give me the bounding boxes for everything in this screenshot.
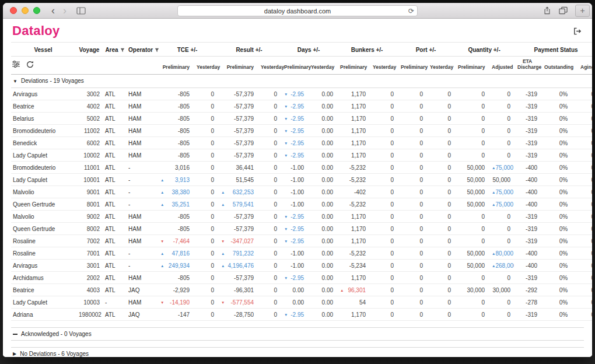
logout-icon[interactable] bbox=[572, 26, 583, 37]
col-result[interactable]: Result +/- bbox=[218, 43, 281, 57]
cell-value: -319 bbox=[526, 312, 537, 318]
subcol-outstanding[interactable]: Outstanding bbox=[541, 57, 571, 75]
subcol-days-preliminary[interactable]: Preliminary bbox=[281, 57, 307, 75]
cell-value: -28,750 bbox=[234, 312, 254, 318]
table-row[interactable]: Archidamus2002ATLHAM-8050-57,3790▼-2.950… bbox=[11, 272, 592, 284]
cell-value: -5,234 bbox=[349, 262, 366, 269]
col-quantity[interactable]: Quantity +/- bbox=[454, 43, 514, 57]
address-bar[interactable]: dataloy dashboard.com ⟳ bbox=[177, 5, 418, 16]
sidebar-toggle-icon[interactable] bbox=[76, 7, 86, 15]
table-row[interactable]: Arviragus3001ATL-▲249,9340▲4,196,4760-1.… bbox=[11, 260, 592, 272]
cell-value: ATL bbox=[105, 140, 116, 146]
aging: 0 bbox=[571, 223, 592, 235]
table-row[interactable]: Malvolio9002ATLHAM-8050-57,3790▼-2.950.0… bbox=[11, 211, 592, 223]
subcol-quantity-adjusted[interactable]: Adjusted bbox=[488, 57, 514, 75]
table-row[interactable]: Belarius5002ATLHAM-8050-57,3790▼-2.950.0… bbox=[11, 113, 592, 125]
table-row[interactable]: Lady Capulet10002ATLHAM-8050-57,3790▼-2.… bbox=[11, 149, 592, 162]
table-row[interactable]: Adriana1980002ATLJAQ-1470-28,7500▼-2.950… bbox=[11, 309, 592, 321]
col-tce[interactable]: TCE +/- bbox=[157, 43, 218, 57]
result-preliminary: -57,379 bbox=[218, 211, 257, 223]
subcol-days-yesterday[interactable]: Yesterday bbox=[307, 57, 337, 75]
subcol-result-preliminary[interactable]: Preliminary bbox=[218, 57, 257, 75]
table-row[interactable]: Lady Capulet10003-HAM▼-14,1900▼-577,5540… bbox=[11, 296, 592, 309]
result-preliminary: -57,379 bbox=[218, 88, 257, 100]
forward-button[interactable]: › bbox=[59, 4, 71, 17]
cell-value: 1,170 bbox=[351, 152, 366, 159]
operator-filter-icon[interactable] bbox=[155, 48, 159, 52]
cell-value: -805 bbox=[178, 152, 190, 159]
col-payment-status[interactable]: Payment Status bbox=[514, 43, 592, 57]
subcol-bunkers-yesterday[interactable]: Yesterday bbox=[369, 57, 397, 75]
subcol-aging[interactable]: Aging bbox=[571, 57, 592, 75]
subcol-bunkers-preliminary[interactable]: Preliminary bbox=[337, 57, 369, 75]
table-row[interactable]: Rosaline7001ATL-▲47,8160▲791,2320-1.000.… bbox=[11, 247, 592, 260]
col-vessel[interactable]: Vessel bbox=[11, 43, 75, 57]
bunkers-yesterday: 0 bbox=[369, 296, 397, 309]
cell-value: - bbox=[128, 250, 130, 257]
new-tab-button[interactable]: + bbox=[575, 5, 590, 17]
bunkers-yesterday: 0 bbox=[369, 272, 397, 284]
table-body: ▼Deviations - 19 Voyages Arviragus3002AT… bbox=[11, 75, 592, 321]
result-yesterday: 0 bbox=[257, 113, 281, 125]
tce-yesterday: 0 bbox=[193, 211, 218, 223]
col-voyage[interactable]: Voyage bbox=[75, 43, 103, 57]
refresh-icon[interactable] bbox=[26, 61, 34, 68]
cell-value: 0 bbox=[211, 140, 214, 146]
tab-overview-icon[interactable] bbox=[559, 6, 568, 15]
port-preliminary: 0 bbox=[397, 284, 426, 296]
table-row[interactable]: Malvolio9001ATL-▲38,3800▲632,2530-1.000.… bbox=[11, 186, 592, 198]
cell-value: 1,170 bbox=[351, 128, 366, 134]
share-icon[interactable] bbox=[543, 6, 551, 15]
table-row[interactable]: Beatrice4003ATLJAQ-2,9290-96,30100.000.0… bbox=[11, 284, 592, 296]
close-button[interactable] bbox=[10, 7, 17, 14]
cell-value: 0 bbox=[419, 226, 423, 232]
bunkers-preliminary: 1,170 bbox=[337, 149, 369, 162]
tce-preliminary: -805 bbox=[157, 125, 193, 137]
cell-value: 36,441 bbox=[236, 164, 254, 171]
table-row[interactable]: Arviragus3002ATLHAM-8050-57,3790▼-2.950.… bbox=[11, 88, 592, 100]
cell-value: Lady Capulet bbox=[13, 299, 47, 306]
table-row[interactable]: Beatrice4002ATLHAM-8050-57,3790▼-2.950.0… bbox=[11, 100, 592, 113]
table-row[interactable]: Lady Capulet10001ATL-▲3,913051,5450-1.00… bbox=[11, 174, 592, 186]
table-row[interactable]: Bromodideuterio11002ATLHAM-8050-57,3790▼… bbox=[11, 125, 592, 137]
section-acknowledged[interactable]: Acknowledged - 0 Voyages bbox=[11, 327, 584, 341]
cell-value: 38,380 bbox=[172, 189, 190, 195]
cell-value: 0 bbox=[390, 250, 394, 257]
zoom-button[interactable] bbox=[33, 7, 40, 14]
table-row[interactable]: Rosaline7002ATLHAM▼-7,4640▼-347,0270▼-2.… bbox=[11, 235, 592, 247]
back-button[interactable]: ‹ bbox=[47, 4, 59, 17]
minimize-button[interactable] bbox=[22, 7, 29, 14]
reload-icon[interactable]: ⟳ bbox=[408, 6, 414, 16]
cell-value: ATL bbox=[105, 164, 116, 171]
subcol-quantity-preliminary[interactable]: Preliminary bbox=[454, 57, 488, 75]
bunkers-yesterday: 0 bbox=[369, 186, 397, 198]
subcol-eta-discharge[interactable]: ETA Discharge bbox=[514, 57, 541, 75]
section-row-deviations[interactable]: ▼Deviations - 19 Voyages bbox=[11, 75, 592, 88]
subcol-tce-yesterday[interactable]: Yesterday bbox=[193, 57, 218, 75]
area-filter-icon[interactable] bbox=[120, 48, 125, 52]
subcol-port-preliminary[interactable]: Preliminary bbox=[397, 57, 426, 75]
col-days[interactable]: Days +/- bbox=[281, 43, 337, 57]
port-preliminary: 0 bbox=[397, 223, 426, 235]
filter-settings-icon[interactable] bbox=[12, 61, 20, 68]
table-row[interactable]: Benedick6002ATLHAM-8050-57,3790▼-2.950.0… bbox=[11, 137, 592, 149]
col-operator[interactable]: Operator bbox=[127, 43, 157, 57]
table-row[interactable]: Bromodideuterio11001ATL-3,016036,4410-1.… bbox=[11, 162, 592, 174]
subcol-port-yesterday[interactable]: Yesterday bbox=[426, 57, 454, 75]
cell-value: 0 bbox=[211, 116, 214, 122]
bunkers-preliminary: 54 bbox=[337, 296, 369, 309]
port-preliminary: 0 bbox=[397, 198, 426, 211]
col-area[interactable]: Area bbox=[103, 43, 127, 57]
cell-value: - bbox=[128, 201, 130, 208]
subcol-tce-preliminary[interactable]: Preliminary bbox=[157, 57, 193, 75]
bunkers-yesterday: 0 bbox=[369, 260, 397, 272]
section-no-deviations[interactable]: ▶ No Deviations - 6 Voyages bbox=[11, 347, 584, 357]
table-row[interactable]: Queen Gertrude8001ATL-▲35,2510▲579,5410-… bbox=[11, 198, 592, 211]
cell-value: 0 bbox=[448, 287, 452, 293]
tce-preliminary: -805 bbox=[157, 211, 193, 223]
table-row[interactable]: Queen Gertrude8002ATLHAM-8050-57,3790▼-2… bbox=[11, 223, 592, 235]
tce-yesterday: 0 bbox=[193, 284, 218, 296]
col-port[interactable]: Port +/- bbox=[397, 43, 454, 57]
subcol-result-yesterday[interactable]: Yesterday bbox=[257, 57, 281, 75]
col-bunkers[interactable]: Bunkers +/- bbox=[337, 43, 397, 57]
